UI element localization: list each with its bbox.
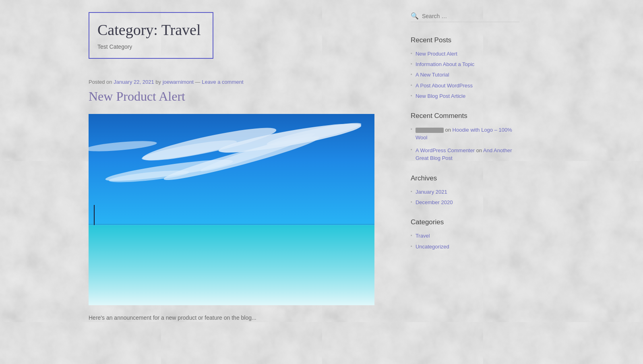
recent-posts-list: New Product Alert Information About a To…	[411, 50, 519, 100]
categories-section: Categories Travel Uncategorized	[411, 218, 519, 250]
recent-post-link-4[interactable]: A Post About WordPress	[416, 82, 473, 89]
list-item: A New Tutorial	[411, 71, 519, 79]
category-title: Category: Travel	[97, 21, 201, 39]
list-item: New Blog Post Article	[411, 93, 519, 100]
recent-comments-title: Recent Comments	[411, 112, 519, 120]
recent-post-link-1[interactable]: New Product Alert	[416, 50, 457, 58]
post-date-link[interactable]: January 22, 2021	[114, 79, 154, 85]
comment-on-1: on	[445, 127, 453, 133]
category-description: Test Category	[97, 43, 201, 50]
post-title: New Product Alert	[89, 89, 387, 104]
category-link-1[interactable]: Travel	[416, 232, 430, 240]
by-label: by	[155, 79, 161, 85]
commenter-link-2[interactable]: A WordPress Commenter	[416, 147, 475, 153]
separator: —	[195, 79, 201, 85]
recent-posts-title: Recent Posts	[411, 36, 519, 44]
list-item: A Post About WordPress	[411, 82, 519, 89]
leave-comment-link[interactable]: Leave a comment	[202, 79, 243, 85]
list-item: New Product Alert	[411, 50, 519, 58]
category-link-2[interactable]: Uncategorized	[416, 243, 449, 250]
archives-title: Archives	[411, 174, 519, 182]
search-input[interactable]	[422, 13, 502, 19]
main-content: Category: Travel Test Category Posted on…	[0, 0, 403, 338]
recent-comments-section: Recent Comments on Hoodie with Logo – 10…	[411, 112, 519, 162]
comment-text-2: A WordPress Commenter on And Another Gre…	[416, 147, 519, 162]
list-item: January 2021	[411, 188, 519, 196]
recent-posts-section: Recent Posts New Product Alert Informati…	[411, 36, 519, 100]
sidebar: 🔍 Recent Posts New Product Alert Informa…	[403, 0, 531, 338]
post-excerpt: Here's an announcement for a new product…	[89, 313, 387, 322]
recent-post-link-2[interactable]: Information About a Topic	[416, 61, 474, 68]
archive-link-1[interactable]: January 2021	[416, 188, 447, 196]
posted-on-label: Posted on	[89, 79, 112, 85]
search-icon: 🔍	[411, 12, 419, 20]
comment-text-1: on Hoodie with Logo – 100% Wool	[416, 126, 519, 142]
post-meta: Posted on January 22, 2021 by joewarnimo…	[89, 79, 387, 85]
recent-post-link-5[interactable]: New Blog Post Article	[416, 93, 465, 100]
blog-post: Posted on January 22, 2021 by joewarnimo…	[89, 79, 387, 322]
comment-on-2: on	[476, 147, 483, 153]
category-title-text: Category: Travel	[97, 21, 201, 38]
search-box[interactable]: 🔍	[411, 12, 519, 22]
archives-section: Archives January 2021 December 2020	[411, 174, 519, 206]
author-link[interactable]: joewarnimont	[163, 79, 194, 85]
archive-link-2[interactable]: December 2020	[416, 199, 453, 206]
comment-item-2: A WordPress Commenter on And Another Gre…	[411, 147, 519, 162]
redacted-commenter	[416, 128, 444, 133]
list-item: December 2020	[411, 199, 519, 206]
archives-list: January 2021 December 2020	[411, 188, 519, 206]
list-item: Information About a Topic	[411, 61, 519, 68]
list-item: Uncategorized	[411, 243, 519, 250]
categories-list: Travel Uncategorized	[411, 232, 519, 250]
categories-title: Categories	[411, 218, 519, 226]
post-featured-image	[89, 114, 374, 305]
list-item: Travel	[411, 232, 519, 240]
comment-item-1: on Hoodie with Logo – 100% Wool	[411, 126, 519, 142]
category-header: Category: Travel Test Category	[89, 12, 213, 59]
recent-post-link-3[interactable]: A New Tutorial	[416, 71, 449, 79]
